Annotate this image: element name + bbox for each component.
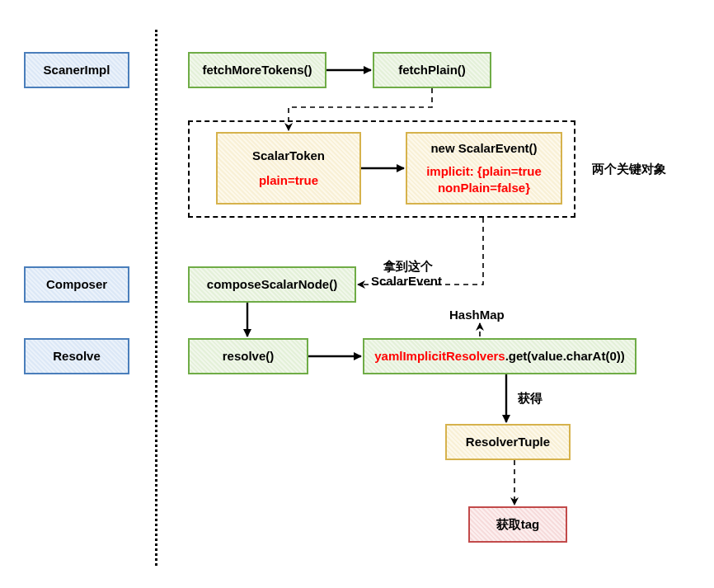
label-composer: Composer xyxy=(38,271,115,298)
scalarevent-title: new ScalarEvent() xyxy=(426,140,542,157)
scalarevent-detail1: implicit: {plain=true xyxy=(426,163,542,180)
label-fetchmoretokens: fetchMoreTokens() xyxy=(194,57,320,83)
box-composer: Composer xyxy=(24,266,129,303)
label-scanerimpl: ScanerImpl xyxy=(35,57,119,83)
scalartoken-content: ScalarToken plain=true xyxy=(244,143,333,195)
scalarevent-content: new ScalarEvent() implicit: {plain=true … xyxy=(418,135,550,202)
edge-label-scalarevent-2: ScalarEvent xyxy=(371,274,442,288)
box-resolvers-get: yamlImplicitResolvers.get(value.charAt(0… xyxy=(363,338,636,374)
edge-label-scalarevent-1: 拿到这个 xyxy=(383,259,433,275)
resolvers-text: yamlImplicitResolvers.get(value.charAt(0… xyxy=(366,343,632,369)
box-composescalarnode: composeScalarNode() xyxy=(188,266,356,303)
box-resolve-fn: resolve() xyxy=(188,338,308,374)
label-gain: 获得 xyxy=(518,391,543,407)
box-resolve: Resolve xyxy=(24,338,129,374)
vertical-divider xyxy=(155,30,157,566)
label-fetchplain: fetchPlain() xyxy=(390,57,474,83)
scalartoken-title: ScalarToken xyxy=(252,148,325,164)
box-scanerimpl: ScanerImpl xyxy=(24,52,129,88)
resolvers-suffix: .get(value.charAt(0)) xyxy=(505,349,625,363)
label-gettag: 获取tag xyxy=(488,511,548,538)
label-resolve-fn: resolve() xyxy=(214,343,283,369)
label-resolvertuple: ResolverTuple xyxy=(458,429,558,455)
label-hashmap: HashMap xyxy=(449,308,505,322)
box-scalartoken: ScalarToken plain=true xyxy=(216,132,361,205)
label-composescalarnode: composeScalarNode() xyxy=(199,271,345,298)
box-gettag: 获取tag xyxy=(468,506,567,543)
scalartoken-detail: plain=true xyxy=(252,172,325,189)
box-scalarevent: new ScalarEvent() implicit: {plain=true … xyxy=(406,132,562,205)
label-resolve: Resolve xyxy=(45,343,109,369)
resolvers-prefix: yamlImplicitResolvers xyxy=(374,349,505,363)
box-fetchplain: fetchPlain() xyxy=(373,52,491,88)
scalarevent-detail2: nonPlain=false} xyxy=(426,180,542,196)
label-group-annotation: 两个关键对象 xyxy=(592,162,666,177)
box-resolvertuple: ResolverTuple xyxy=(445,424,571,460)
box-fetchmoretokens: fetchMoreTokens() xyxy=(188,52,326,88)
